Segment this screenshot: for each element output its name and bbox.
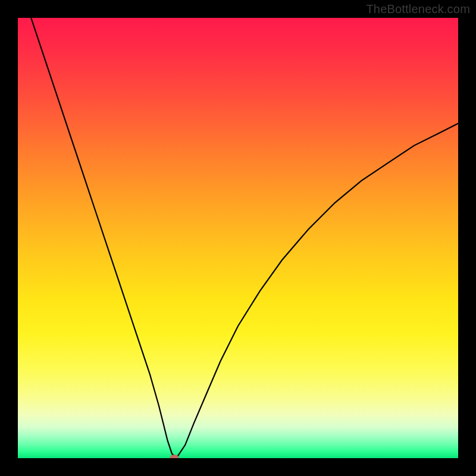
chart-frame: TheBottleneck.com: [0, 0, 476, 476]
watermark-text: TheBottleneck.com: [366, 2, 470, 16]
bottleneck-curve: [31, 18, 458, 458]
optimal-marker: [170, 455, 178, 459]
plot-area: [18, 18, 458, 458]
curve-layer: [18, 18, 458, 458]
